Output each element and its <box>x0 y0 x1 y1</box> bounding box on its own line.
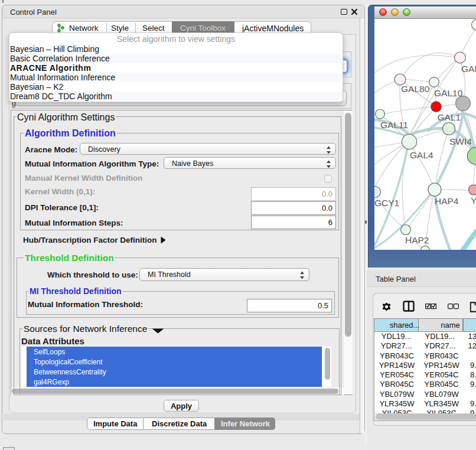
svg-text:GAL80: GAL80 <box>401 84 430 94</box>
svg-text:SWI4: SWI4 <box>449 136 472 146</box>
svg-text:GAL4: GAL4 <box>410 150 433 160</box>
svg-text:GAL7: GAL7 <box>461 64 476 74</box>
svg-text:HAP2: HAP2 <box>405 235 429 245</box>
svg-text:GAL10: GAL10 <box>434 88 463 98</box>
svg-text:GAL11: GAL11 <box>380 120 408 130</box>
svg-text:GCY1: GCY1 <box>374 198 399 208</box>
svg-text:HAP4: HAP4 <box>435 196 459 206</box>
svg-text:GAL1: GAL1 <box>438 112 461 122</box>
svg-text:Y: Y <box>471 195 476 206</box>
